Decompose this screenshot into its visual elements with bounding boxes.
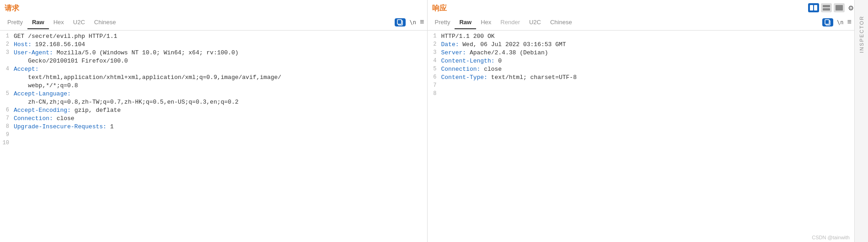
watermark: CSDN @tainwith bbox=[812, 235, 850, 240]
request-line-9: 9 bbox=[0, 131, 427, 139]
layout-single-button[interactable] bbox=[834, 3, 845, 12]
response-tab-actions: \n ≡ bbox=[822, 18, 852, 27]
request-line-2: 2 Host: 192.168.56.104 bbox=[0, 41, 427, 49]
request-line-4b: 4 text/html,application/xhtml+xml,applic… bbox=[0, 74, 427, 82]
tab-request-raw[interactable]: Raw bbox=[27, 16, 49, 29]
request-line-1: 1 GET /secret/evil.php HTTP/1.1 bbox=[0, 32, 427, 41]
request-line-3: 3 User-Agent: Mozilla/5.0 (Windows NT 10… bbox=[0, 49, 427, 57]
request-tab-actions: \n ≡ bbox=[395, 18, 424, 27]
request-newline-icon[interactable]: \n bbox=[409, 19, 416, 26]
svg-rect-0 bbox=[810, 5, 813, 11]
request-title: 请求 bbox=[5, 4, 19, 13]
request-line-8: 8 Upgrade-Insecure-Requests: 1 bbox=[0, 123, 427, 131]
response-line-1: 1 HTTP/1.1 200 OK bbox=[428, 32, 855, 41]
request-line-5b: 5 zh-CN,zh;q=0.8,zh-TW;q=0.7,zh-HK;q=0.5… bbox=[0, 98, 427, 106]
tab-response-hex[interactable]: Hex bbox=[476, 16, 496, 29]
tab-response-chinese[interactable]: Chinese bbox=[546, 16, 577, 29]
response-title: 响应 bbox=[432, 4, 447, 13]
settings-icon[interactable]: ⚙ bbox=[848, 3, 853, 13]
request-menu-icon[interactable]: ≡ bbox=[420, 18, 424, 26]
tab-request-u2c[interactable]: U2C bbox=[69, 16, 90, 29]
response-line-6: 6 Content-Type: text/html; charset=UTF-8 bbox=[428, 74, 855, 82]
svg-rect-1 bbox=[814, 5, 817, 11]
response-title-row: 响应 bbox=[428, 0, 855, 15]
tab-request-hex[interactable]: Hex bbox=[49, 16, 69, 29]
request-tabs-row: Pretty Raw Hex U2C Chinese \n ≡ bbox=[0, 15, 427, 31]
svg-rect-2 bbox=[823, 5, 830, 7]
layout-split-v-button[interactable] bbox=[821, 3, 832, 12]
response-line-3: 3 Server: Apache/2.4.38 (Debian) bbox=[428, 49, 855, 57]
request-line-4: 4 Accept: bbox=[0, 65, 427, 74]
tab-response-pretty[interactable]: Pretty bbox=[430, 16, 455, 29]
inspector-sidebar: INSPECTOR bbox=[854, 0, 868, 242]
request-line-6: 6 Accept-Encoding: gzip, deflate bbox=[0, 106, 427, 115]
request-content: 1 GET /secret/evil.php HTTP/1.1 2 Host: … bbox=[0, 31, 427, 242]
request-line-10: 10 bbox=[0, 139, 427, 147]
response-line-7: 7 bbox=[428, 82, 855, 90]
response-newline-icon[interactable]: \n bbox=[837, 19, 843, 26]
response-line-2: 2 Date: Wed, 06 Jul 2022 03:16:53 GMT bbox=[428, 41, 855, 49]
response-menu-icon[interactable]: ≡ bbox=[847, 18, 852, 26]
response-line-8: 8 bbox=[428, 90, 855, 98]
tab-response-u2c[interactable]: U2C bbox=[525, 16, 546, 29]
request-copy-icon[interactable] bbox=[395, 18, 406, 26]
svg-rect-8 bbox=[825, 20, 829, 24]
tab-response-render[interactable]: Render bbox=[496, 16, 525, 29]
svg-rect-4 bbox=[836, 5, 843, 11]
tab-request-chinese[interactable]: Chinese bbox=[90, 16, 121, 29]
top-icon-bar: ⚙ bbox=[808, 3, 853, 13]
request-title-row: 请求 bbox=[0, 0, 427, 15]
request-panel: 请求 Pretty Raw Hex U2C Chinese \n bbox=[0, 0, 428, 242]
request-line-4c: 4 webp,*/*;q=0.8 bbox=[0, 82, 427, 90]
response-panel: 响应 Pretty Raw Hex Render U2C Chinese bbox=[428, 0, 855, 242]
request-line-5: 5 Accept-Language: bbox=[0, 90, 427, 98]
response-tabs-row: Pretty Raw Hex Render U2C Chinese \n ≡ bbox=[428, 15, 855, 31]
tab-request-pretty[interactable]: Pretty bbox=[3, 16, 27, 29]
request-line-3b: 3 Gecko/20100101 Firefox/100.0 bbox=[0, 57, 427, 65]
response-line-5: 5 Connection: close bbox=[428, 65, 855, 74]
response-content: 1 HTTP/1.1 200 OK 2 Date: Wed, 06 Jul 20… bbox=[428, 31, 855, 242]
svg-rect-3 bbox=[823, 8, 830, 11]
svg-rect-6 bbox=[397, 20, 402, 24]
layout-split-h-button[interactable] bbox=[808, 3, 819, 12]
response-copy-icon[interactable] bbox=[822, 18, 833, 26]
inspector-label: INSPECTOR bbox=[859, 16, 864, 53]
request-line-7: 7 Connection: close bbox=[0, 115, 427, 123]
response-line-4: 4 Content-Length: 0 bbox=[428, 57, 855, 65]
tab-response-raw[interactable]: Raw bbox=[455, 16, 476, 29]
